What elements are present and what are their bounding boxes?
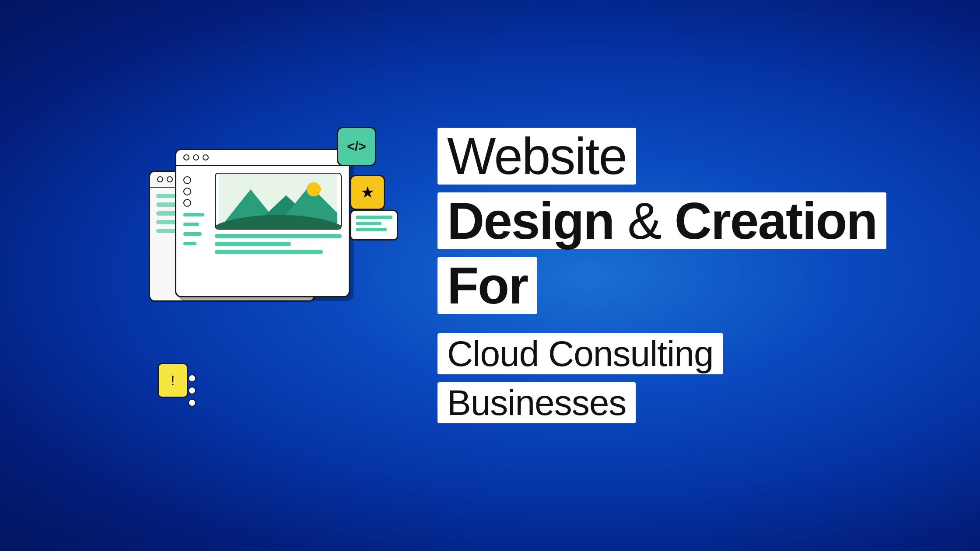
- bottom-dot-1: [188, 374, 196, 382]
- design-creation-text: Design & Creation: [447, 192, 877, 250]
- cloud-consulting-text: Cloud Consulting: [447, 334, 714, 373]
- heading-row-5: Businesses: [438, 382, 831, 423]
- browser-sidebar: [183, 173, 210, 285]
- businesses-text: Businesses: [447, 383, 626, 422]
- browser-dot-1: [157, 176, 163, 182]
- design-text: Design: [447, 192, 614, 250]
- sidebar-dots: [183, 176, 210, 207]
- browser-window-main: [175, 149, 350, 297]
- content-lines: [215, 234, 342, 254]
- sidebar-dot-3: [183, 199, 191, 207]
- bottom-dot-2: [188, 387, 196, 394]
- svg-point-4: [307, 182, 321, 196]
- floating-card-right: [350, 210, 398, 241]
- businesses-highlight: Businesses: [438, 382, 636, 423]
- heading-row-3: For: [438, 257, 831, 314]
- browser-dot-2: [167, 176, 173, 182]
- sidebar-line-2: [183, 223, 199, 226]
- card-line-3: [356, 228, 387, 231]
- card-line-1: [356, 216, 392, 219]
- heading-row-4: Cloud Consulting: [438, 333, 831, 374]
- browser-content: [215, 173, 342, 285]
- sidebar-line-4: [183, 242, 196, 245]
- bottom-dot-3: [188, 399, 196, 407]
- for-highlight: For: [438, 257, 537, 314]
- illustration-area: </> ★ !: [149, 122, 402, 429]
- dot-red: [183, 154, 189, 160]
- heading-row-2: Design & Creation: [438, 192, 831, 249]
- browser-body: [176, 166, 349, 292]
- cloud-consulting-highlight: Cloud Consulting: [438, 333, 723, 374]
- sidebar-line-3: [183, 232, 202, 236]
- content-line-2: [215, 242, 291, 246]
- sidebar-dot-1: [183, 176, 191, 184]
- website-text: Website: [447, 127, 626, 185]
- sidebar-dot-2: [183, 188, 191, 195]
- content-image: [215, 173, 342, 230]
- creation-text: Creation: [675, 192, 877, 250]
- ampersand: &: [627, 192, 661, 250]
- page-container: </> ★ ! Website: [0, 0, 980, 551]
- star-badge: ★: [350, 175, 385, 210]
- for-text: For: [447, 257, 528, 314]
- heading-row-1: Website: [438, 128, 831, 185]
- sidebar-line-1: [183, 213, 204, 216]
- text-area: Website Design & Creation For Cloud Cons…: [438, 128, 831, 423]
- design-creation-highlight: Design & Creation: [438, 192, 886, 249]
- content-line-3: [215, 250, 323, 254]
- card-line-2: [356, 222, 382, 225]
- star-icon: ★: [360, 183, 374, 202]
- code-badge: </>: [337, 127, 376, 166]
- alert-badge: !: [158, 363, 188, 398]
- browser-toolbar: [176, 150, 349, 166]
- bottom-dots: [188, 374, 196, 407]
- website-highlight: Website: [438, 128, 636, 185]
- mountain-illustration: [216, 174, 341, 229]
- code-icon: </>: [347, 139, 366, 154]
- alert-icon: !: [171, 373, 175, 389]
- dot-green: [203, 154, 209, 160]
- dot-yellow: [193, 154, 199, 160]
- content-line-1: [215, 234, 342, 238]
